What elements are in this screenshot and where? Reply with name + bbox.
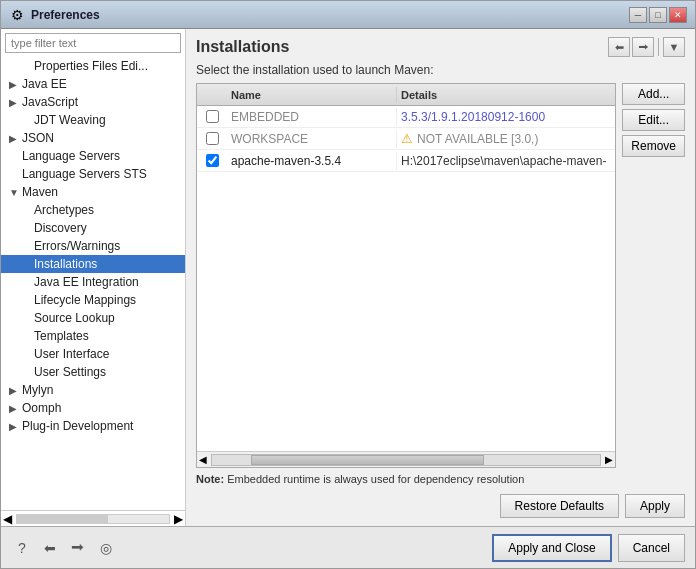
horizontal-scrollbar[interactable]: ◀ ▶ [197, 451, 615, 467]
sidebar-item-json[interactable]: ▶JSON [1, 129, 185, 147]
maximize-button[interactable]: □ [649, 7, 667, 23]
row-name-0: EMBEDDED [227, 108, 397, 126]
sidebar-item-label-archetypes: Archetypes [34, 203, 94, 217]
expand-icon-plug-in-development: ▶ [9, 421, 19, 432]
footer-icons: ? ⬅ ⮕ ◎ [11, 537, 117, 559]
sidebar-item-label-plug-in-development: Plug-in Development [22, 419, 133, 433]
sidebar-item-java-ee-integration[interactable]: Java EE Integration [1, 273, 185, 291]
nav-dropdown-button[interactable]: ▼ [663, 37, 685, 57]
bottom-buttons: Restore Defaults Apply [196, 494, 685, 518]
apply-button[interactable]: Apply [625, 494, 685, 518]
sidebar-item-label-maven: Maven [22, 185, 58, 199]
sidebar-item-discovery[interactable]: Discovery [1, 219, 185, 237]
sidebar-item-label-source-lookup: Source Lookup [34, 311, 115, 325]
help-icon[interactable]: ? [11, 537, 33, 559]
table-row: apache-maven-3.5.4H:\2017eclipse\maven\a… [197, 150, 615, 172]
sidebar-item-templates[interactable]: Templates [1, 327, 185, 345]
nav-separator [658, 38, 659, 56]
hscroll-right[interactable]: ▶ [603, 454, 615, 465]
back-icon[interactable]: ⬅ [39, 537, 61, 559]
checkbox-input-2[interactable] [206, 154, 219, 167]
note-text: Note: Embedded runtime is always used fo… [196, 473, 685, 485]
table-body: EMBEDDED3.5.3/1.9.1.20180912-1600WORKSPA… [197, 106, 615, 451]
window-controls: ─ □ ✕ [629, 7, 687, 23]
nav-buttons: ⬅ ⮕ ▼ [608, 37, 685, 57]
table-row-container: Name Details EMBEDDED3.5.3/1.9.1.2018091… [196, 83, 685, 468]
settings-icon[interactable]: ◎ [95, 537, 117, 559]
expand-icon-mylyn: ▶ [9, 385, 19, 396]
restore-defaults-button[interactable]: Restore Defaults [500, 494, 619, 518]
sidebar-item-label-lifecycle-mappings: Lifecycle Mappings [34, 293, 136, 307]
close-button[interactable]: ✕ [669, 7, 687, 23]
sidebar-item-jdt-weaving[interactable]: JDT Weaving [1, 111, 185, 129]
sidebar-item-label-oomph: Oomph [22, 401, 61, 415]
expand-icon-javascript: ▶ [9, 97, 19, 108]
sidebar-item-label-language-servers: Language Servers [22, 149, 120, 163]
footer-buttons: Apply and Close Cancel [492, 534, 685, 562]
hscrollbar-track[interactable] [211, 454, 601, 466]
hscroll-left[interactable]: ◀ [197, 454, 209, 465]
nav-back-button[interactable]: ⬅ [608, 37, 630, 57]
table-row: EMBEDDED3.5.3/1.9.1.20180912-1600 [197, 106, 615, 128]
expand-icon-oomph: ▶ [9, 403, 19, 414]
sidebar-item-properties-files[interactable]: Properties Files Edi... [1, 57, 185, 75]
sidebar-item-language-servers[interactable]: Language Servers [1, 147, 185, 165]
sidebar-item-label-javascript: JavaScript [22, 95, 78, 109]
add-button[interactable]: Add... [622, 83, 685, 105]
minimize-button[interactable]: ─ [629, 7, 647, 23]
sidebar-item-label-mylyn: Mylyn [22, 383, 53, 397]
nav-forward-button[interactable]: ⮕ [632, 37, 654, 57]
row-checkbox-1[interactable] [197, 132, 227, 145]
edit-button[interactable]: Edit... [622, 109, 685, 131]
sidebar-item-label-language-servers-sts: Language Servers STS [22, 167, 147, 181]
sidebar-item-label-jdt-weaving: JDT Weaving [34, 113, 106, 127]
sidebar-item-lifecycle-mappings[interactable]: Lifecycle Mappings [1, 291, 185, 309]
sidebar-item-language-servers-sts[interactable]: Language Servers STS [1, 165, 185, 183]
sidebar-item-oomph[interactable]: ▶Oomph [1, 399, 185, 417]
preferences-window: ⚙ Preferences ─ □ ✕ Properties Files Edi… [0, 0, 696, 569]
row-details-0: 3.5.3/1.9.1.20180912-1600 [397, 108, 615, 126]
tree-container: Properties Files Edi...▶Java EE▶JavaScri… [1, 57, 185, 510]
window-title: Preferences [31, 8, 623, 22]
warning-icon-1: ⚠ [401, 131, 413, 146]
sidebar-item-user-interface[interactable]: User Interface [1, 345, 185, 363]
sidebar-item-mylyn[interactable]: ▶Mylyn [1, 381, 185, 399]
hscrollbar-thumb[interactable] [251, 455, 484, 465]
sidebar-item-archetypes[interactable]: Archetypes [1, 201, 185, 219]
title-bar: ⚙ Preferences ─ □ ✕ [1, 1, 695, 29]
sidebar-item-plug-in-development[interactable]: ▶Plug-in Development [1, 417, 185, 435]
cancel-button[interactable]: Cancel [618, 534, 685, 562]
sidebar-item-java-ee[interactable]: ▶Java EE [1, 75, 185, 93]
row-checkbox-0[interactable] [197, 110, 227, 123]
row-checkbox-2[interactable] [197, 154, 227, 167]
sidebar-item-installations[interactable]: Installations [1, 255, 185, 273]
left-panel: Properties Files Edi...▶Java EE▶JavaScri… [1, 29, 186, 526]
forward-icon[interactable]: ⮕ [67, 537, 89, 559]
sidebar-item-source-lookup[interactable]: Source Lookup [1, 309, 185, 327]
row-name-2: apache-maven-3.5.4 [227, 152, 397, 170]
sidebar-item-javascript[interactable]: ▶JavaScript [1, 93, 185, 111]
remove-button[interactable]: Remove [622, 135, 685, 157]
checkbox-input-0[interactable] [206, 110, 219, 123]
sidebar-item-maven[interactable]: ▼Maven [1, 183, 185, 201]
detail-text-0: 3.5.3/1.9.1.20180912-1600 [401, 110, 545, 124]
row-name-1: WORKSPACE [227, 130, 397, 148]
sidebar-item-label-java-ee-integration: Java EE Integration [34, 275, 139, 289]
sidebar-item-user-settings[interactable]: User Settings [1, 363, 185, 381]
filter-input[interactable] [5, 33, 181, 53]
table-row: WORKSPACE⚠NOT AVAILABLE [3.0,) [197, 128, 615, 150]
note-label: Note: [196, 473, 224, 485]
checkbox-input-1[interactable] [206, 132, 219, 145]
sidebar-item-label-user-interface: User Interface [34, 347, 109, 361]
sidebar-item-label-templates: Templates [34, 329, 89, 343]
scroll-right-icon[interactable]: ▶ [172, 510, 185, 527]
sidebar-item-label-installations: Installations [34, 257, 97, 271]
scroll-left-icon[interactable]: ◀ [1, 510, 14, 527]
th-details: Details [397, 87, 615, 103]
sidebar-item-errors-warnings[interactable]: Errors/Warnings [1, 237, 185, 255]
apply-close-button[interactable]: Apply and Close [492, 534, 611, 562]
sidebar-item-label-java-ee: Java EE [22, 77, 67, 91]
footer: ? ⬅ ⮕ ◎ Apply and Close Cancel [1, 526, 695, 568]
panel-title: Installations [196, 38, 289, 56]
expand-icon-json: ▶ [9, 133, 19, 144]
